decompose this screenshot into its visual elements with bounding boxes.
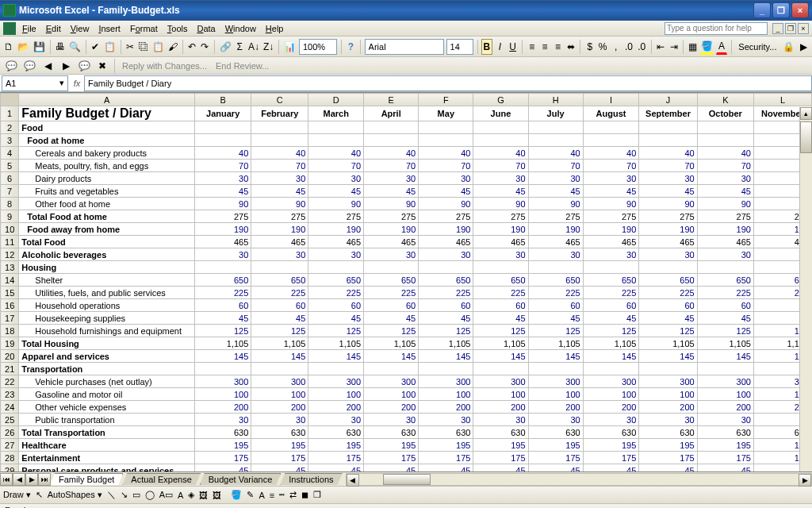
cell[interactable]: 100 xyxy=(419,388,473,401)
cell[interactable]: 45 xyxy=(528,185,583,198)
cell[interactable]: 145 xyxy=(583,350,639,363)
cell[interactable]: 1,105 xyxy=(419,337,473,350)
cell[interactable]: 70 xyxy=(639,160,697,172)
cell[interactable]: 30 xyxy=(419,172,473,185)
rectangle-icon[interactable]: ▭ xyxy=(132,490,140,500)
textbox-icon[interactable]: A▭ xyxy=(159,490,173,500)
clipart-icon[interactable]: 🖼 xyxy=(199,491,208,500)
cell[interactable]: 225 xyxy=(583,287,639,299)
cell[interactable]: 195 xyxy=(473,439,528,452)
cell[interactable]: 40 xyxy=(195,147,251,160)
underline-button[interactable]: U xyxy=(508,39,518,55)
cell[interactable]: 40 xyxy=(473,147,528,160)
cell[interactable]: October xyxy=(697,106,753,121)
cell[interactable]: 100 xyxy=(639,388,697,401)
cell[interactable]: 300 xyxy=(697,375,753,388)
cell[interactable]: 30 xyxy=(195,172,251,185)
cell[interactable]: 465 xyxy=(697,236,753,248)
cell[interactable] xyxy=(473,134,528,147)
open-icon[interactable]: 📂 xyxy=(17,39,30,55)
cell[interactable]: 225 xyxy=(251,287,308,299)
row-header[interactable]: 14 xyxy=(1,274,19,287)
cell[interactable] xyxy=(639,121,697,134)
cell[interactable]: 300 xyxy=(195,375,251,388)
new-icon[interactable]: 🗋 xyxy=(3,39,14,55)
column-header[interactable]: A xyxy=(19,94,195,106)
cell[interactable]: 650 xyxy=(473,274,528,287)
cell[interactable] xyxy=(528,134,583,147)
cell[interactable]: 90 xyxy=(308,198,364,210)
cell[interactable]: 195 xyxy=(364,439,419,452)
cell[interactable]: Total Transportation xyxy=(19,426,195,439)
show-comment-icon[interactable]: 💬 xyxy=(21,58,37,74)
cell[interactable]: 60 xyxy=(697,299,753,312)
cell[interactable]: 650 xyxy=(639,274,697,287)
cell[interactable]: 45 xyxy=(697,185,753,198)
cell[interactable]: 70 xyxy=(697,160,753,172)
cell[interactable]: 90 xyxy=(364,198,419,210)
help-icon[interactable]: ? xyxy=(346,39,356,55)
cell[interactable]: 145 xyxy=(697,350,753,363)
cell[interactable]: 195 xyxy=(308,439,364,452)
row-header[interactable]: 4 xyxy=(1,147,19,160)
cell[interactable] xyxy=(308,363,364,375)
cell[interactable]: 225 xyxy=(308,287,364,299)
cell[interactable]: 90 xyxy=(473,198,528,210)
cell[interactable]: 60 xyxy=(528,299,583,312)
cell[interactable]: 45 xyxy=(639,312,697,325)
cell[interactable]: April xyxy=(364,106,419,121)
cell[interactable]: Public transportation xyxy=(19,414,195,426)
cell[interactable]: 45 xyxy=(364,185,419,198)
borders-icon[interactable]: ▦ xyxy=(688,39,698,55)
cell[interactable]: 125 xyxy=(195,325,251,337)
cell[interactable]: 1,105 xyxy=(697,337,753,350)
cell[interactable]: 125 xyxy=(251,325,308,337)
row-header[interactable]: 8 xyxy=(1,198,19,210)
formula-input[interactable]: Family Budget / Diary xyxy=(84,75,812,91)
draw-menu[interactable]: Draw ▾ xyxy=(3,490,31,500)
cell[interactable]: 30 xyxy=(364,414,419,426)
cell[interactable]: 40 xyxy=(364,147,419,160)
cell[interactable]: 650 xyxy=(364,274,419,287)
cell[interactable]: 45 xyxy=(583,312,639,325)
cell[interactable]: 195 xyxy=(528,439,583,452)
cell[interactable]: 650 xyxy=(195,274,251,287)
cell[interactable]: Dairy products xyxy=(19,172,195,185)
cell[interactable]: 225 xyxy=(419,287,473,299)
row-header[interactable]: 25 xyxy=(1,414,19,426)
merge-icon[interactable]: ⬌ xyxy=(565,39,576,55)
column-header[interactable]: D xyxy=(308,94,364,106)
cell[interactable] xyxy=(528,121,583,134)
cell[interactable]: 30 xyxy=(583,414,639,426)
cell[interactable]: 30 xyxy=(583,248,639,261)
cell[interactable]: 200 xyxy=(419,401,473,414)
bold-button[interactable]: B xyxy=(481,39,492,55)
cell[interactable]: 175 xyxy=(697,452,753,464)
cell[interactable] xyxy=(364,363,419,375)
cell[interactable]: 70 xyxy=(473,160,528,172)
cell[interactable]: 200 xyxy=(473,401,528,414)
menu-edit[interactable]: Edit xyxy=(41,22,66,35)
cell[interactable]: 145 xyxy=(364,350,419,363)
cell[interactable]: 30 xyxy=(251,172,308,185)
cell[interactable]: Utilities, fuels, and public services xyxy=(19,287,195,299)
cell[interactable]: Gasoline and motor oil xyxy=(19,388,195,401)
cell[interactable]: 175 xyxy=(639,452,697,464)
horizontal-scrollbar[interactable]: ◀ ▶ xyxy=(346,473,812,486)
cell[interactable]: 45 xyxy=(583,185,639,198)
row-header[interactable]: 13 xyxy=(1,261,19,274)
sort-desc-icon[interactable]: Z↓ xyxy=(262,39,274,55)
menu-window[interactable]: Window xyxy=(220,22,261,35)
cell[interactable]: 175 xyxy=(528,452,583,464)
row-header[interactable]: 16 xyxy=(1,299,19,312)
font-color-icon[interactable]: A xyxy=(716,39,726,55)
cell[interactable] xyxy=(251,134,308,147)
menu-format[interactable]: Format xyxy=(125,22,163,35)
cell[interactable]: 465 xyxy=(528,236,583,248)
cell[interactable]: 70 xyxy=(308,160,364,172)
column-header[interactable]: I xyxy=(583,94,639,106)
prev-comment-icon[interactable]: ◀ xyxy=(40,58,56,74)
cell[interactable]: 465 xyxy=(639,236,697,248)
comma-icon[interactable]: , xyxy=(611,39,621,55)
sheet-tab[interactable]: Instructions xyxy=(280,473,342,485)
